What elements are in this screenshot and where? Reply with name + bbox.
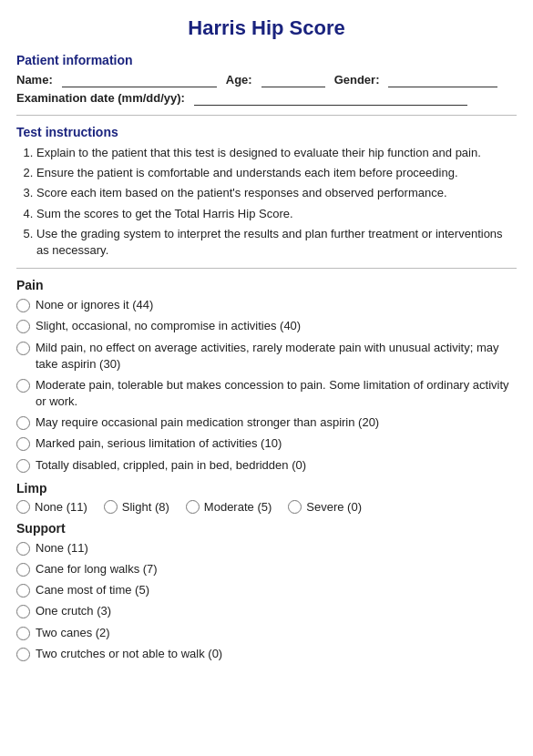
pain-option-4: May require occasional pain medication s… [16,414,517,431]
support-radio-3[interactable] [16,605,30,618]
gender-input[interactable] [388,73,497,87]
exam-date-label: Examination date (mm/dd/yy): [16,91,185,105]
pain-option-2: Mild pain, no effect on average activiti… [16,340,517,373]
limp-label-1: Slight (8) [122,500,169,514]
instructions-list: Explain to the patient that this test is… [16,145,517,259]
pain-radio-3[interactable] [16,379,30,393]
patient-info-title: Patient information [16,53,517,67]
pain-label-6: Totally disabled, crippled, pain in bed,… [36,457,306,474]
pain-radio-5[interactable] [16,437,30,451]
pain-label-0: None or ignores it (44) [36,297,153,313]
support-label-5: Two crutches or not able to walk (0) [36,646,222,662]
instruction-item: Use the grading system to interpret the … [36,226,517,259]
limp-label-2: Moderate (5) [204,500,272,514]
instruction-item: Sum the scores to get the Total Harris H… [36,206,517,222]
divider-2 [16,268,517,269]
support-radio-5[interactable] [16,648,30,661]
page-title: Harris Hip Score [16,9,517,40]
pain-radio-2[interactable] [16,342,30,355]
limp-title: Limp [16,481,517,495]
instruction-item: Explain to the patient that this test is… [36,145,517,161]
name-input[interactable] [62,73,217,87]
pain-option-0: None or ignores it (44) [16,297,517,313]
pain-label-5: Marked pain, serious limitation of activ… [36,435,282,452]
support-option-4: Two canes (2) [16,625,517,641]
pain-label-4: May require occasional pain medication s… [36,414,379,431]
gender-label: Gender: [334,73,380,87]
limp-label-3: Severe (0) [306,500,362,514]
limp-options-row: None (11) Slight (8) Moderate (5) Severe… [16,500,517,514]
limp-section: Limp None (11) Slight (8) Moderate (5) S… [16,481,517,514]
support-label-4: Two canes (2) [36,625,110,641]
support-radio-2[interactable] [16,584,30,598]
limp-option-2: Moderate (5) [186,500,272,514]
limp-option-0: None (11) [16,500,87,514]
pain-radio-6[interactable] [16,459,30,473]
pain-label-2: Mild pain, no effect on average activiti… [36,340,517,373]
pain-label-3: Moderate pain, tolerable but makes conce… [36,377,517,410]
limp-radio-2[interactable] [186,500,200,514]
instructions-title: Test instructions [16,125,517,139]
support-label-3: One crutch (3) [36,603,111,619]
limp-radio-0[interactable] [16,500,30,514]
limp-option-3: Severe (0) [288,500,362,514]
pain-radio-4[interactable] [16,416,30,430]
exam-date-input[interactable] [194,91,467,106]
support-radio-1[interactable] [16,563,30,577]
divider-1 [16,115,517,116]
support-option-2: Cane most of time (5) [16,582,517,598]
support-option-3: One crutch (3) [16,603,517,619]
pain-section: Pain None or ignores it (44) Slight, occ… [16,278,517,474]
pain-option-3: Moderate pain, tolerable but makes conce… [16,377,517,410]
pain-radio-0[interactable] [16,299,30,312]
pain-title: Pain [16,278,517,292]
instruction-item: Ensure the patient is comfortable and un… [36,165,517,181]
support-option-1: Cane for long walks (7) [16,561,517,577]
patient-row-name-age-gender: Name: Age: Gender: [16,73,517,87]
pain-option-6: Totally disabled, crippled, pain in bed,… [16,457,517,474]
support-option-0: None (11) [16,540,517,557]
instructions-section: Test instructions Explain to the patient… [16,125,517,259]
pain-option-1: Slight, occasional, no compromise in act… [16,318,517,334]
support-label-2: Cane most of time (5) [36,582,149,598]
limp-option-1: Slight (8) [104,500,169,514]
pain-label-1: Slight, occasional, no compromise in act… [36,318,301,334]
age-input[interactable] [261,73,325,87]
patient-row-examdate: Examination date (mm/dd/yy): [16,91,517,106]
age-label: Age: [226,73,252,87]
pain-option-5: Marked pain, serious limitation of activ… [16,435,517,452]
instruction-item: Score each item based on the patient's r… [36,185,517,201]
support-section: Support None (11) Cane for long walks (7… [16,521,517,662]
pain-radio-1[interactable] [16,320,30,333]
support-label-0: None (11) [36,540,88,557]
support-radio-4[interactable] [16,627,30,640]
support-title: Support [16,521,517,536]
patient-info-section: Patient information Name: Age: Gender: E… [16,53,517,106]
limp-radio-3[interactable] [288,500,302,514]
support-radio-0[interactable] [16,542,30,556]
support-option-5: Two crutches or not able to walk (0) [16,646,517,662]
support-label-1: Cane for long walks (7) [36,561,158,577]
limp-label-0: None (11) [35,500,87,514]
limp-radio-1[interactable] [104,500,118,514]
name-label: Name: [16,73,53,87]
